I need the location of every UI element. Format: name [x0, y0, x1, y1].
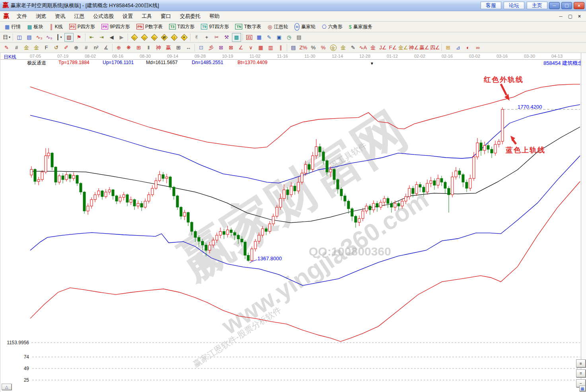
angle-si-icon[interactable]: 四∠	[430, 43, 440, 52]
t-number-table-button[interactable]: TNT数字表	[232, 22, 264, 31]
flag-mark-icon[interactable]: ⚑	[74, 33, 84, 42]
candle-style-icon[interactable]: ┃▾	[55, 33, 64, 42]
cycle-left-icon[interactable]: ←	[130, 33, 139, 42]
angle-gold-icon[interactable]: 金∠	[398, 43, 408, 52]
gold-grid-2-icon[interactable]: 金	[32, 43, 41, 52]
forum-button[interactable]: 论坛	[504, 2, 524, 9]
gold-circle-icon[interactable]: 金	[329, 43, 338, 52]
pen-bars-icon[interactable]: ✎	[348, 43, 358, 52]
yellow-grid-icon[interactable]: ⊞	[444, 43, 453, 52]
angle-win-icon[interactable]: 赢∠	[419, 43, 429, 52]
candlestick-chart[interactable]	[0, 53, 586, 392]
close-button[interactable]: ×	[574, 2, 584, 9]
period-day-icon[interactable]: 日▾	[2, 33, 11, 42]
v-lines-icon[interactable]: ∨	[246, 43, 255, 52]
menu-item-帮助[interactable]: 帮助	[205, 12, 224, 21]
winner-service-button[interactable]: $赢家服务	[346, 22, 376, 31]
wave-9-icon[interactable]: ∿₉	[45, 33, 54, 42]
menu-item-工具[interactable]: 工具	[137, 12, 156, 21]
crosshair-icon[interactable]: +	[202, 33, 211, 42]
width-measure-icon[interactable]: ↔	[184, 43, 193, 52]
expand-pane-button[interactable]: △	[2, 384, 12, 390]
cycle-right-icon[interactable]: →	[140, 33, 149, 42]
calendar-icon[interactable]: 21	[245, 33, 254, 42]
menu-item-交易委托[interactable]: 交易委托	[175, 12, 205, 21]
quotes-button[interactable]: ▦行情	[2, 22, 24, 31]
winner-wheel-button[interactable]: Bi赢家轮	[291, 22, 319, 31]
percent-z-icon[interactable]: Z%	[299, 43, 308, 52]
menu-item-江恩[interactable]: 江恩	[70, 12, 89, 21]
color-bars-icon[interactable]: ▤	[289, 43, 298, 52]
menu-item-设置[interactable]: 设置	[118, 12, 137, 21]
menu-item-窗口[interactable]: 窗口	[156, 12, 175, 21]
menu-item-资讯[interactable]: 资讯	[51, 12, 70, 21]
p-number-table-button[interactable]: PNP数字表	[133, 22, 166, 31]
pane-layout-button-1[interactable]: ≡	[576, 359, 586, 367]
spiral-icon[interactable]: ↺	[52, 43, 61, 52]
wave-a-icon[interactable]: ∿A	[358, 43, 368, 52]
cycle-both-icon[interactable]: ↔	[150, 33, 159, 42]
gold-line-icon[interactable]: 金	[339, 43, 348, 52]
calculator-icon[interactable]: ▦	[255, 33, 264, 42]
cycle-swap-icon[interactable]: ⇄	[160, 33, 169, 42]
gold-box-icon[interactable]: 金	[368, 43, 378, 52]
menu-item-文件[interactable]: 文件	[12, 12, 31, 21]
matrix-maze-icon[interactable]: ▩	[232, 33, 241, 42]
infinity-icon[interactable]: ∞	[473, 43, 483, 52]
notes-icon[interactable]: ✎	[265, 33, 274, 42]
9p-square-button[interactable]: P99P四方形	[98, 22, 133, 31]
rays-fan-icon[interactable]: 彡	[206, 43, 216, 52]
purple-box-x-icon[interactable]: ⊠	[216, 43, 226, 52]
pane-layout-button-2[interactable]: =	[576, 369, 586, 377]
prev-bar-icon[interactable]: ◀	[107, 33, 116, 42]
doc-minimize-button[interactable]: ─	[556, 14, 565, 19]
gann-web-icon[interactable]: ❋	[124, 43, 133, 52]
kline-button[interactable]: ║K线	[47, 22, 66, 31]
percent-icon[interactable]: %	[309, 43, 318, 52]
quote-board-icon[interactable]: ▤	[25, 33, 34, 42]
go-first-icon[interactable]: ⇤	[87, 33, 96, 42]
price-measure-icon[interactable]: ‖	[144, 43, 153, 52]
measure-cut-icon[interactable]: ✂	[212, 33, 221, 42]
doc-restore-button[interactable]: ▢	[565, 14, 575, 19]
trend-chart-icon[interactable]: ⊿	[454, 43, 463, 52]
region-select-icon[interactable]: ▧	[64, 33, 74, 42]
t-square-button[interactable]: T3T四方形	[166, 22, 198, 31]
pan-hand-icon[interactable]: ✌	[192, 33, 201, 42]
pane-layout-button-4[interactable]: ▦	[579, 386, 586, 391]
chart-window-icon[interactable]: ◫	[15, 33, 24, 42]
angle-lines-icon[interactable]: ∠	[236, 43, 245, 52]
minimize-button[interactable]: ─	[549, 2, 560, 9]
p-square-button[interactable]: P3P四方形	[66, 22, 98, 31]
homepage-button[interactable]: 主页	[527, 2, 547, 9]
customer-service-button[interactable]: 客服	[481, 2, 501, 9]
n-square-icon[interactable]: n²	[92, 43, 101, 52]
blue-box-icon[interactable]: ⊡	[197, 43, 206, 52]
angle-f-icon[interactable]: F∠	[388, 43, 397, 52]
wave-3-icon[interactable]: ∿₃	[35, 33, 44, 42]
angle-j-icon[interactable]: J∠	[378, 43, 387, 52]
next-bar-icon[interactable]: ▶	[117, 33, 126, 42]
title-bar[interactable]: 赢 赢家老子时空周期系统[纵横版] - [建筑概念 HY858454-200日K…	[0, 0, 586, 11]
print-icon[interactable]: ▤	[294, 33, 304, 42]
gann-tool-icon[interactable]: ⚒	[222, 33, 231, 42]
parallel-lines-icon[interactable]: ∥	[276, 43, 285, 52]
doc-close-button[interactable]: ×	[575, 14, 584, 19]
restore-button[interactable]: ▢	[561, 2, 572, 9]
red-grid-2-icon[interactable]: ▥	[266, 43, 275, 52]
cycle-vertical-icon[interactable]: ↕	[169, 33, 179, 42]
red-box-x-icon[interactable]: ⊠	[226, 43, 236, 52]
hexagon-button[interactable]: ⎔六角形	[319, 22, 345, 31]
save-icon[interactable]: ▣	[275, 33, 284, 42]
draw-pen-icon[interactable]: ✎	[2, 43, 11, 52]
time-grid-icon[interactable]: #	[82, 43, 91, 52]
gann-wheel-button[interactable]: ◎江恩轮	[265, 22, 291, 31]
cycle-all-icon[interactable]: +	[179, 33, 189, 42]
red-grid-1-icon[interactable]: ▦	[256, 43, 265, 52]
shen-grid-icon[interactable]: 神	[154, 43, 163, 52]
circle-target-icon[interactable]: ⊕	[114, 43, 123, 52]
world-clock-icon[interactable]: ◷	[284, 33, 294, 42]
grid-lines-icon[interactable]: #	[12, 43, 21, 52]
ruler-pen-icon[interactable]: ✐	[62, 43, 71, 52]
number-grid-icon[interactable]: ⊞	[174, 43, 183, 52]
